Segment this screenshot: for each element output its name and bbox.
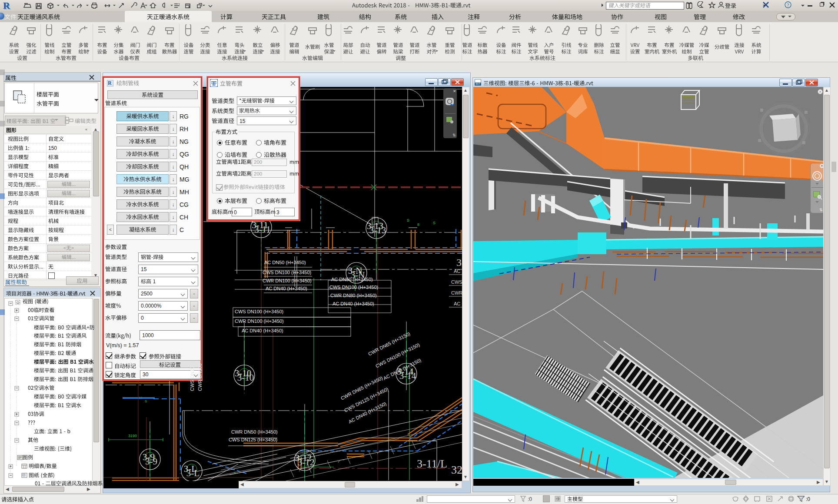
svg-text:AC: AC — [454, 269, 460, 274]
svg-text:3-13: 3-13 — [369, 225, 386, 235]
svg-text:32: 32 — [451, 464, 462, 476]
svg-text:CWS: CWS — [451, 279, 462, 285]
svg-text:3190: 3190 — [128, 434, 137, 438]
svg-text:?: ? — [787, 2, 789, 7]
svg-text:AC: AC — [454, 301, 460, 306]
svg-text:3-9: 3-9 — [145, 456, 157, 467]
svg-text:S: S — [433, 221, 436, 225]
svg-text:3-11/L: 3-11/L — [417, 458, 447, 470]
svg-text:S: S — [407, 218, 409, 222]
svg-text:S: S — [145, 399, 147, 403]
svg-text:3: 3 — [456, 257, 462, 268]
svg-text:3-11: 3-11 — [254, 224, 271, 235]
svg-text:O: O — [17, 301, 19, 305]
svg-text:3-12: 3-12 — [298, 457, 315, 468]
svg-text:CWR: CWR — [451, 290, 462, 295]
svg-text:3-10: 3-10 — [237, 372, 254, 383]
svg-text:3-L: 3-L — [186, 468, 200, 478]
svg-text:8: 8 — [417, 222, 419, 227]
